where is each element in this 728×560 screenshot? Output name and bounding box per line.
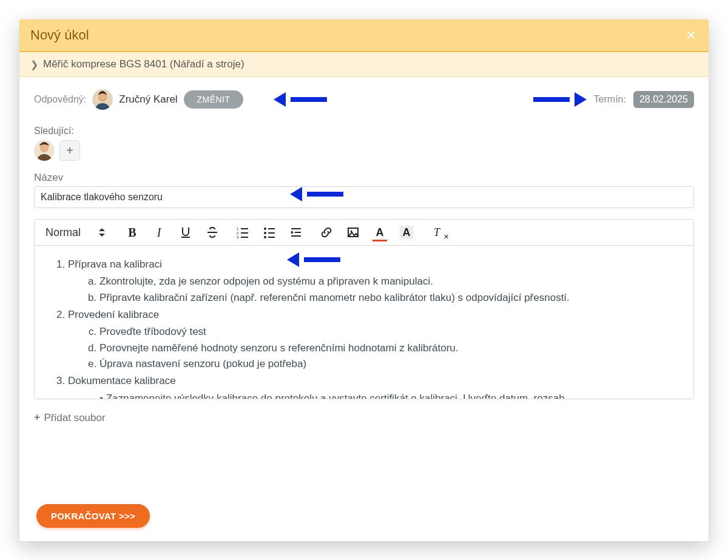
deadline-label: Termín: [594,94,626,105]
add-file-label: Přidat soubor [44,412,106,424]
highlight-button[interactable]: A [400,226,413,239]
name-label: Název [34,172,694,184]
text-color-button[interactable]: A [373,226,386,239]
text-style-group: B I [126,226,219,239]
list-item-title: Příprava na kalibraci [68,258,162,270]
list-subitem: Zkontrolujte, zda je senzor odpojen od s… [99,274,681,289]
plus-icon: + [34,411,41,424]
ordered-list-button[interactable]: 123 [236,226,249,239]
close-icon[interactable]: × [686,26,696,44]
list-subitem: Úprava nastavení senzoru (pokud je potře… [99,356,681,372]
insert-group: A A [320,226,413,239]
breadcrumb[interactable]: ❯ Měřič komprese BGS 8401 (Nářadí a stro… [19,52,709,77]
change-responsible-button[interactable]: ZMĚNIT [184,90,244,109]
chevron-right-icon: ❯ [30,59,38,70]
image-button[interactable] [346,226,360,239]
editor-content[interactable]: Příprava na kalibraciZkontrolujte, zda j… [35,246,693,399]
outdent-button[interactable] [289,226,303,239]
list-subitem: Zaznamenejte výsledky kalibrace do proto… [99,391,681,399]
new-task-modal: Nový úkol × ❯ Měřič komprese BGS 8401 (N… [19,19,709,541]
responsible-left: Odpovědný: Zručný Karel ZMĚNIT [34,89,327,110]
modal-body: Odpovědný: Zručný Karel ZMĚNIT Termín: [19,77,709,541]
followers-label: Sledující: [34,126,694,137]
add-follower-button[interactable]: + [59,140,80,161]
svg-point-4 [40,144,49,152]
link-button[interactable] [320,226,333,239]
task-name-input[interactable] [34,186,694,208]
clear-group: T✕ [430,226,443,239]
list-group: 123 [236,226,303,239]
modal-title: Nový úkol [30,27,89,43]
svg-marker-22 [291,231,294,234]
modal-header: Nový úkol × [19,19,709,52]
svg-point-14 [264,232,266,234]
responsible-row: Odpovědný: Zručný Karel ZMĚNIT Termín: [34,89,694,110]
list-subitem: Porovnejte naměřené hodnoty senzoru s re… [99,340,681,356]
responsible-label: Odpovědný: [34,94,86,105]
svg-text:1: 1 [237,227,239,231]
plus-icon: + [66,144,73,158]
responsible-user-name: Zručný Karel [119,93,177,106]
list-item-title: Dokumentace kalibrace [68,375,176,386]
italic-button[interactable]: I [152,226,166,239]
annotation-arrow-icon [274,95,327,104]
svg-text:3: 3 [237,235,239,238]
annotation-arrow-icon [533,95,587,104]
underline-button[interactable] [179,226,192,239]
add-file-button[interactable]: + Přidat soubor [34,411,106,424]
annotation-arrow-icon [290,190,343,198]
breadcrumb-text: Měřič komprese BGS 8401 (Nářadí a stroje… [43,58,244,70]
clear-format-button[interactable]: T✕ [430,226,443,239]
list-item: Provedení kalibraceProveďte tříbodový te… [68,307,681,372]
name-field-group: Název [34,172,694,208]
responsible-avatar[interactable] [92,89,113,110]
followers-section: Sledující: + [34,126,694,161]
list-item: Příprava na kalibraciZkontrolujte, zda j… [68,257,681,306]
caret-sort-icon [99,228,105,237]
bold-button[interactable]: B [126,226,139,239]
deadline-group: Termín: 28.02.2025 [533,91,694,108]
svg-point-13 [264,228,266,230]
follower-avatar[interactable] [34,140,55,161]
strikethrough-button[interactable] [206,226,219,239]
list-subitem: Proveďte tříbodový test [99,324,681,340]
list-item-title: Provedení kalibrace [68,309,159,320]
rich-text-editor: Normal B I [34,219,694,399]
unordered-list-button[interactable] [263,226,276,239]
heading-select[interactable]: Normal [46,226,109,239]
editor-toolbar: Normal B I [35,220,693,246]
svg-point-15 [264,236,266,238]
continue-button[interactable]: POKRAČOVAT >>> [36,504,150,528]
followers-row: + [34,140,694,161]
svg-text:2: 2 [237,231,239,235]
list-item: Dokumentace kalibraceZaznamenejte výsled… [68,373,681,399]
annotation-arrow-icon [287,255,340,264]
list-subitem: Připravte kalibrační zařízení (např. ref… [99,290,681,306]
heading-select-label: Normal [46,226,81,239]
deadline-date[interactable]: 28.02.2025 [633,91,694,108]
